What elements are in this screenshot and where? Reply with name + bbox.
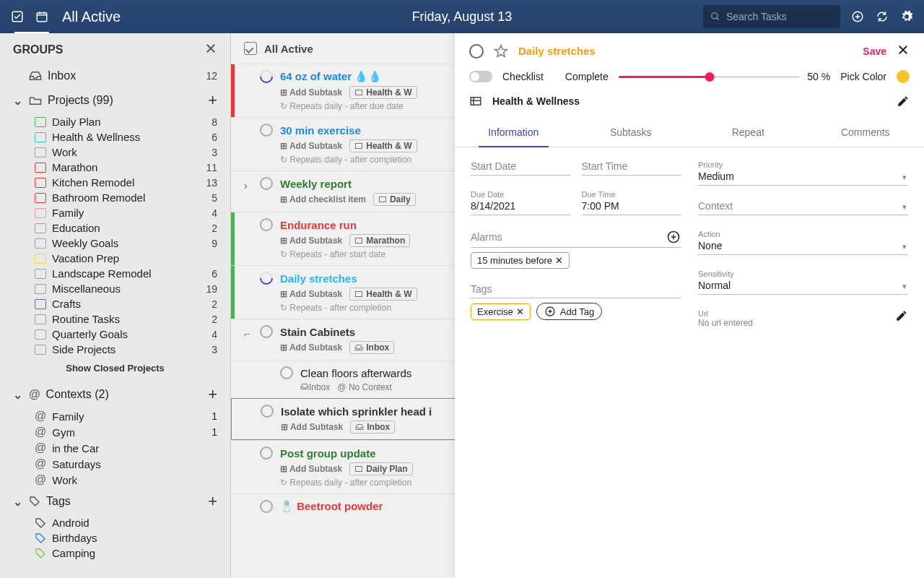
add-subtask-link[interactable]: ⊞ Add Subtask — [281, 422, 343, 432]
task-circle[interactable] — [280, 366, 293, 379]
sidebar-project-item[interactable]: Bathroom Remodel5 — [35, 190, 217, 205]
complete-slider[interactable] — [619, 76, 801, 78]
task-circle[interactable] — [257, 269, 275, 287]
add-tag-icon[interactable]: + — [208, 492, 217, 511]
search-box[interactable] — [703, 5, 840, 28]
project-pill[interactable]: Marathon — [349, 234, 410, 247]
sidebar-project-item[interactable]: Marathon11 — [35, 160, 217, 175]
search-input[interactable] — [726, 11, 833, 22]
tag-icon — [35, 532, 46, 544]
add-tag-button[interactable]: Add Tag — [536, 303, 602, 320]
project-pill[interactable]: Health & W — [349, 86, 417, 99]
detail-project[interactable]: Health & Wellness — [492, 95, 886, 107]
checklist-toggle[interactable] — [469, 71, 492, 82]
tag-label: Birthdays — [52, 532, 217, 544]
inbox-pill[interactable]: Inbox — [300, 382, 330, 392]
sidebar-projects-header[interactable]: ⌄ Projects (99) + — [0, 87, 230, 114]
tag-chip[interactable]: Exercise ✕ — [471, 303, 531, 320]
remove-alarm-icon[interactable]: ✕ — [555, 255, 563, 266]
add-icon[interactable] — [850, 9, 865, 24]
start-date-field[interactable]: Start Date — [471, 160, 570, 176]
alarm-chip[interactable]: 15 minutes before ✕ — [471, 252, 570, 269]
sidebar-inbox[interactable]: Inbox 12 — [0, 65, 230, 87]
project-pill[interactable]: Health & W — [349, 288, 417, 301]
task-circle[interactable] — [260, 218, 273, 231]
sidebar-contexts-header[interactable]: ⌄ Contexts (2) + — [0, 381, 230, 408]
task-circle[interactable] — [260, 177, 273, 190]
tab-comments[interactable]: Comments — [807, 118, 925, 147]
task-circle[interactable] — [260, 325, 273, 338]
add-subtask-link[interactable]: ⊞ Add Subtask — [280, 289, 342, 299]
task-circle[interactable] — [260, 124, 273, 137]
sidebar-tag-item[interactable]: Birthdays — [35, 530, 217, 545]
inbox-pill[interactable]: Inbox — [350, 420, 395, 434]
color-swatch[interactable] — [897, 70, 910, 83]
sidebar-tag-item[interactable]: Android — [35, 515, 217, 530]
task-circle[interactable] — [260, 500, 273, 513]
sidebar-project-item[interactable]: Family4 — [35, 205, 217, 220]
project-pill[interactable]: Daily Plan — [349, 462, 412, 475]
complete-toggle[interactable] — [469, 44, 484, 59]
sidebar-project-item[interactable]: Quarterly Goals4 — [35, 327, 217, 342]
sidebar-project-item[interactable]: Education2 — [35, 220, 217, 236]
sidebar-project-item[interactable]: Crafts2 — [35, 296, 217, 311]
sidebar-project-item[interactable]: Landscape Remodel6 — [35, 266, 217, 281]
sidebar-context-item[interactable]: Work — [35, 472, 217, 488]
task-circle[interactable] — [260, 447, 273, 460]
sidebar-project-item[interactable]: Work3 — [35, 144, 217, 160]
sidebar-project-item[interactable]: Kitchen Remodel13 — [35, 175, 217, 190]
sidebar-tag-item[interactable]: Camping — [35, 545, 217, 561]
task-circle[interactable] — [257, 67, 275, 85]
add-context-icon[interactable]: + — [208, 385, 217, 404]
tab-information[interactable]: Information — [455, 118, 572, 147]
add-subtask-link[interactable]: ⊞ Add checklist item — [280, 194, 366, 204]
remove-tag-icon[interactable]: ✕ — [516, 306, 524, 317]
sidebar-project-item[interactable]: Routine Tasks2 — [35, 311, 217, 327]
sidebar-project-item[interactable]: Vacation Prep — [35, 251, 217, 266]
gear-icon[interactable] — [899, 9, 914, 24]
start-time-field[interactable]: Start Time — [582, 160, 681, 176]
tab-repeat[interactable]: Repeat — [689, 118, 807, 147]
due-date-field[interactable]: Due Date 8/14/2021 — [471, 190, 570, 215]
sidebar-context-item[interactable]: in the Car — [35, 440, 217, 456]
project-pill[interactable]: Daily — [373, 193, 416, 206]
add-alarm-icon[interactable] — [666, 230, 681, 244]
sidebar-project-item[interactable]: Weekly Goals9 — [35, 236, 217, 251]
detail-title[interactable]: Daily stretches — [518, 45, 853, 57]
sidebar-tags-header[interactable]: ⌄ Tags + — [0, 488, 230, 515]
add-subtask-link[interactable]: ⊞ Add Subtask — [280, 141, 342, 151]
project-pill[interactable]: Health & W — [349, 139, 417, 152]
action-field[interactable]: Action None — [698, 230, 908, 255]
save-button[interactable]: Save — [863, 46, 886, 57]
edit-icon[interactable] — [897, 95, 910, 108]
add-subtask-link[interactable]: ⊞ Add Subtask — [280, 87, 342, 98]
star-icon[interactable] — [494, 44, 508, 59]
close-icon[interactable] — [204, 42, 217, 58]
sidebar-project-item[interactable]: Miscellaneous19 — [35, 281, 217, 296]
edit-url-icon[interactable] — [895, 309, 908, 322]
add-subtask-link[interactable]: ⊞ Add Subtask — [280, 342, 342, 353]
sidebar-project-item[interactable]: Daily Plan8 — [35, 114, 217, 129]
sidebar-project-item[interactable]: Side Projects3 — [35, 342, 217, 357]
task-circle[interactable] — [261, 405, 274, 418]
show-closed-projects[interactable]: Show Closed Projects — [0, 357, 230, 381]
tab-subtasks[interactable]: Subtasks — [572, 118, 690, 147]
due-time-field[interactable]: Due Time 7:00 PM — [582, 190, 681, 215]
sidebar-context-item[interactable]: Gym1 — [35, 424, 217, 440]
expand-icon[interactable]: › — [244, 180, 248, 191]
inbox-pill[interactable]: Inbox — [349, 341, 394, 354]
add-subtask-link[interactable]: ⊞ Add Subtask — [280, 464, 342, 474]
close-icon[interactable] — [897, 43, 910, 59]
priority-field[interactable]: Priority Medium — [698, 160, 908, 186]
add-project-icon[interactable]: + — [208, 91, 217, 110]
add-subtask-link[interactable]: ⊞ Add Subtask — [280, 236, 342, 246]
sensitivity-field[interactable]: Sensitivity Normal — [698, 269, 908, 295]
sync-icon[interactable] — [875, 9, 889, 24]
sidebar-context-item[interactable]: Family1 — [35, 408, 217, 424]
calendar-view-icon[interactable] — [35, 9, 49, 24]
context-field[interactable]: Context — [698, 200, 908, 215]
sidebar-project-item[interactable]: Health & Wellness6 — [35, 129, 217, 144]
project-label: Vacation Prep — [52, 252, 212, 264]
task-view-icon[interactable] — [10, 9, 25, 24]
sidebar-context-item[interactable]: Saturdays — [35, 456, 217, 472]
